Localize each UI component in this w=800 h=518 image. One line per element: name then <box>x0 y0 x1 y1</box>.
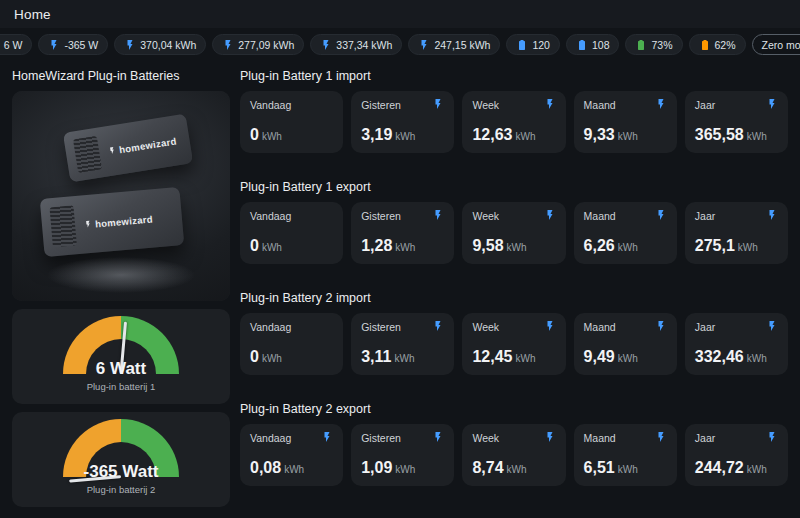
section-title: Plug-in Battery 1 export <box>240 180 788 194</box>
chip-label: 108 <box>592 39 610 51</box>
stat-card[interactable]: Vandaag0kWh <box>240 313 343 375</box>
stat-unit: kWh <box>515 353 535 364</box>
flash-icon <box>124 39 136 51</box>
left-column-heading: HomeWizard Plug-in Batteries <box>12 69 230 83</box>
stat-unit: kWh <box>262 242 282 253</box>
stat-card[interactable]: Week12,63kWh <box>462 91 565 153</box>
battery-vent <box>50 206 77 247</box>
badge-row: 6 W -365 W 370,04 kWh 277,09 kWh 337,34 … <box>0 28 800 59</box>
brand-label: homewizard <box>107 135 177 157</box>
stat-card[interactable]: Vandaag0,08kWh <box>240 424 343 486</box>
stat-value: 0 <box>250 126 259 144</box>
stat-card[interactable]: Maand9,49kWh <box>574 313 677 375</box>
stat-label: Maand <box>584 432 616 444</box>
homewizard-logo-icon <box>84 220 93 229</box>
chip-label: 370,04 kWh <box>140 39 196 51</box>
battery-vent <box>73 136 102 173</box>
flash-icon <box>766 320 778 332</box>
stat-card[interactable]: Vandaag0kWh <box>240 91 343 153</box>
flash-icon <box>321 431 333 443</box>
chip-battery2-power[interactable]: -365 W <box>38 34 108 55</box>
flash-icon <box>432 209 444 221</box>
stat-card[interactable]: Jaar275,1kWh <box>685 202 788 264</box>
section-battery2-export: Plug-in Battery 2 export Vandaag0,08kWh … <box>240 402 788 486</box>
chip-battery1-power[interactable]: 6 W <box>0 34 32 55</box>
chip-cycles-1[interactable]: 120 <box>506 34 560 55</box>
stat-card[interactable]: Gisteren3,11kWh <box>351 313 454 375</box>
stat-card[interactable]: Jaar244,72kWh <box>685 424 788 486</box>
chip-energy-4[interactable]: 247,15 kWh <box>408 34 500 55</box>
gauge-value: 6 Watt <box>12 359 230 379</box>
stat-label: Jaar <box>695 210 715 222</box>
stat-card[interactable]: Gisteren1,28kWh <box>351 202 454 264</box>
stat-value: 275,1 <box>695 237 735 255</box>
flash-icon <box>655 98 667 110</box>
stat-value: 8,74 <box>472 459 503 477</box>
floor-glow <box>47 257 195 293</box>
stat-value: 6,51 <box>584 459 615 477</box>
stat-value: 365,58 <box>695 126 744 144</box>
stat-card[interactable]: Maand6,26kWh <box>574 202 677 264</box>
chip-energy-2[interactable]: 277,09 kWh <box>212 34 304 55</box>
gauge-battery-1[interactable]: 6 Watt Plug-in batterij 1 <box>12 309 230 404</box>
chip-label: 73% <box>651 39 672 51</box>
chip-battery-level-1[interactable]: 73% <box>625 34 682 55</box>
stat-card[interactable]: Jaar365,58kWh <box>685 91 788 153</box>
stat-card[interactable]: Maand6,51kWh <box>574 424 677 486</box>
flash-icon <box>222 39 234 51</box>
stat-card[interactable]: Maand9,33kWh <box>574 91 677 153</box>
stat-unit: kWh <box>395 242 415 253</box>
battery-icon <box>516 39 528 51</box>
stat-value: 6,26 <box>584 237 615 255</box>
stat-label: Gisteren <box>361 99 401 111</box>
section-battery2-import: Plug-in Battery 2 import Vandaag0kWh Gis… <box>240 291 788 375</box>
stat-card[interactable]: Vandaag0kWh <box>240 202 343 264</box>
stat-value: 9,33 <box>584 126 615 144</box>
chip-battery-level-2[interactable]: 62% <box>689 34 746 55</box>
stat-unit: kWh <box>507 242 527 253</box>
stat-value: 332,46 <box>695 348 744 366</box>
stat-unit: kWh <box>738 242 758 253</box>
gauge-name: Plug-in batterij 2 <box>12 484 230 495</box>
right-column: Plug-in Battery 1 import Vandaag0kWh Gis… <box>240 67 788 515</box>
stat-card[interactable]: Week12,45kWh <box>462 313 565 375</box>
zero-mode-button[interactable]: Zero mode <box>752 34 800 55</box>
stat-card[interactable]: Week9,58kWh <box>462 202 565 264</box>
gauge-battery-2[interactable]: -365 Watt Plug-in batterij 2 <box>12 412 230 507</box>
battery-device-top: homewizard <box>63 114 193 183</box>
section-title: Plug-in Battery 2 import <box>240 291 788 305</box>
chip-label: 6 W <box>4 39 23 51</box>
battery-icon <box>635 39 647 51</box>
flash-icon <box>544 431 556 443</box>
gauge-name: Plug-in batterij 1 <box>12 381 230 392</box>
stat-card[interactable]: Gisteren3,19kWh <box>351 91 454 153</box>
chip-cycles-2[interactable]: 108 <box>566 34 620 55</box>
chip-label: 247,15 kWh <box>434 39 490 51</box>
chip-energy-1[interactable]: 370,04 kWh <box>114 34 206 55</box>
stat-card[interactable]: Week8,74kWh <box>462 424 565 486</box>
stat-value: 0 <box>250 237 259 255</box>
stat-unit: kWh <box>747 353 767 364</box>
stat-value: 1,28 <box>361 237 392 255</box>
app-header: Home <box>0 0 800 28</box>
section-title: Plug-in Battery 1 import <box>240 69 788 83</box>
battery-product-image-card[interactable]: homewizard homewizard <box>12 91 230 301</box>
stat-label: Week <box>472 210 499 222</box>
stat-label: Vandaag <box>250 210 291 222</box>
stat-value: 3,19 <box>361 126 392 144</box>
stat-unit: kWh <box>515 131 535 142</box>
stat-card-row: Vandaag0kWh Gisteren1,28kWh Week9,58kWh … <box>240 202 788 264</box>
stat-value: 12,45 <box>472 348 512 366</box>
stat-card-row: Vandaag0,08kWh Gisteren1,09kWh Week8,74k… <box>240 424 788 486</box>
stat-label: Week <box>472 432 499 444</box>
battery-icon <box>576 39 588 51</box>
brand-label: homewizard <box>84 213 154 230</box>
stat-unit: kWh <box>747 131 767 142</box>
stat-label: Vandaag <box>250 321 291 333</box>
chip-energy-3[interactable]: 337,34 kWh <box>310 34 402 55</box>
stat-card[interactable]: Jaar332,46kWh <box>685 313 788 375</box>
flash-icon <box>655 431 667 443</box>
flash-icon <box>432 320 444 332</box>
stat-card[interactable]: Gisteren1,09kWh <box>351 424 454 486</box>
stat-label: Week <box>472 321 499 333</box>
